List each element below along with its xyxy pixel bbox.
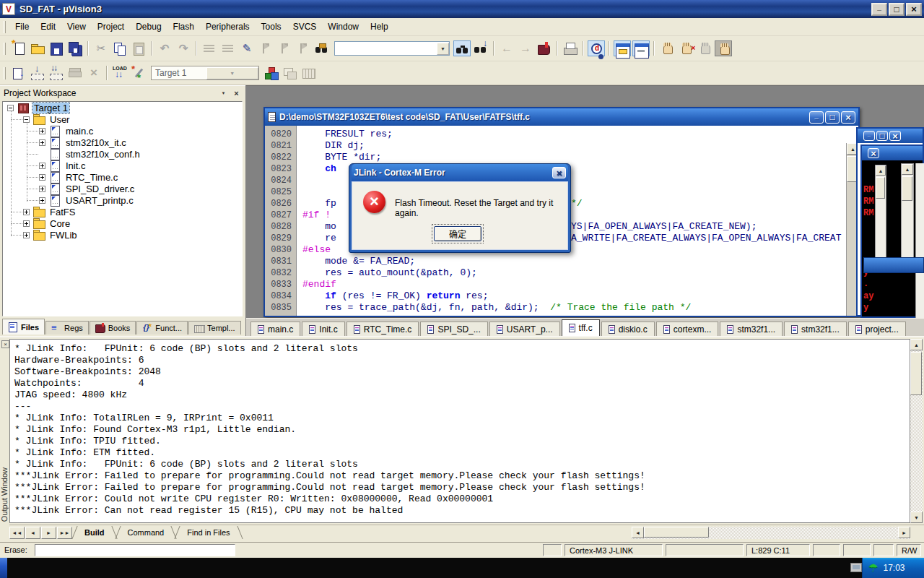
menu-item-window[interactable]: Window: [322, 20, 365, 34]
scroll-down-icon[interactable]: ▼: [910, 512, 923, 523]
doc-tab-spi-sd[interactable]: SPI_SD_...: [420, 322, 487, 336]
editor-titlebar[interactable]: D:\demo\STM32F103ZET6\test code\SD_FAT\U…: [265, 108, 858, 126]
app-titlebar[interactable]: V SD_FAT - µVision3: [0, 0, 924, 18]
toolbar-grip[interactable]: [4, 43, 6, 55]
scrollbar-vertical[interactable]: ▲ ▼: [910, 339, 923, 523]
menu-item-tools[interactable]: Tools: [256, 20, 287, 34]
tree-item-stm32f10x-conf-h[interactable]: stm32f10x_conf.h: [3, 148, 242, 160]
menu-item-project[interactable]: Project: [92, 20, 130, 34]
menu-item-flash[interactable]: Flash: [167, 20, 200, 34]
insert-breakpoint-icon[interactable]: [658, 40, 676, 56]
disassembly-window[interactable]: RM. RM. RM. y . ay y y: [860, 144, 924, 318]
search-input[interactable]: [335, 43, 437, 54]
scroll-thumb[interactable]: [644, 527, 709, 538]
expand-icon[interactable]: [23, 209, 30, 215]
options-wizard-icon[interactable]: [130, 65, 147, 81]
expand-icon[interactable]: [39, 186, 45, 192]
toggle-bookmark-icon[interactable]: [238, 40, 256, 56]
expand-icon[interactable]: [39, 197, 45, 204]
last-tab-icon[interactable]: [57, 527, 72, 539]
batch-build-icon[interactable]: [66, 65, 84, 81]
close-icon[interactable]: [868, 148, 879, 158]
code-line[interactable]: BYTE *dir;: [302, 152, 846, 163]
workspace-titlebar[interactable]: Project Workspace: [0, 85, 245, 100]
ok-button[interactable]: 确定: [434, 226, 481, 241]
minimize-button[interactable]: [871, 3, 887, 16]
minimize-icon[interactable]: [809, 111, 824, 124]
doc-tab-main-c[interactable]: main.c: [250, 322, 300, 336]
scroll-up-icon[interactable]: ▲: [910, 339, 923, 350]
scroll-right-icon[interactable]: ►: [898, 527, 910, 538]
expand-icon[interactable]: [39, 139, 45, 146]
taskbar-clock[interactable]: 17:03: [883, 563, 905, 573]
code-line[interactable]: FRESULT res;: [302, 129, 846, 140]
tree-item-spi-sd-driver-c[interactable]: SPI_SD_driver.c: [3, 183, 242, 194]
antivirus-umbrella-icon[interactable]: [868, 561, 878, 574]
undo-icon[interactable]: [156, 40, 173, 56]
output-close-icon[interactable]: [1, 340, 9, 348]
tree-item-target1[interactable]: Target 1: [3, 102, 242, 113]
doc-tab-rtc-time-c[interactable]: RTC_Time.c: [346, 322, 419, 336]
disassembly-window-titlebar[interactable]: [862, 146, 923, 160]
next-bookmark-icon[interactable]: [276, 40, 293, 56]
cascade-windows-icon[interactable]: [282, 65, 299, 81]
toolbar-grip[interactable]: [4, 67, 6, 79]
scroll-up-icon[interactable]: ▲: [902, 164, 913, 175]
workspace-menu-icon[interactable]: [218, 88, 229, 98]
code-line[interactable]: res = auto_mount(&path, 0);: [302, 267, 846, 279]
scroll-thumb[interactable]: [902, 176, 912, 201]
tree-item-rtc-time-c[interactable]: RTC_Time.c: [3, 171, 242, 183]
minimize-icon[interactable]: [863, 131, 875, 141]
debug-session-icon[interactable]: [588, 40, 605, 56]
workspace-close-icon[interactable]: [231, 88, 242, 98]
project-window-icon[interactable]: [614, 40, 631, 56]
collapse-icon[interactable]: [23, 116, 30, 123]
menu-item-peripherals[interactable]: Peripherals: [200, 20, 256, 34]
open-file-icon[interactable]: [29, 40, 46, 56]
redo-icon[interactable]: [175, 40, 192, 56]
code-line[interactable]: DIR dj;: [302, 140, 846, 152]
scroll-left-icon[interactable]: ◄: [632, 527, 644, 538]
outdent-icon[interactable]: [219, 40, 237, 56]
stop-build-icon[interactable]: [85, 65, 103, 81]
doc-tab-diskio-c[interactable]: diskio.c: [601, 322, 655, 336]
tree-item-init-c[interactable]: Init.c: [3, 160, 242, 171]
scrollbar-vertical[interactable]: ▲: [901, 163, 914, 262]
indent-icon[interactable]: [201, 40, 218, 56]
expand-icon[interactable]: [39, 128, 45, 134]
menu-item-view[interactable]: View: [61, 20, 92, 34]
code-line[interactable]: mode &= FA_READ;: [302, 256, 846, 267]
dialog-close-icon[interactable]: [552, 167, 566, 178]
tree-item-stm32f10x-it-c[interactable]: stm32f10x_it.c: [3, 137, 242, 148]
tree-item-usart-printp-c[interactable]: USART_printp.c: [3, 194, 242, 206]
scroll-thumb[interactable]: [876, 177, 885, 199]
tab-build[interactable]: Build: [73, 526, 116, 539]
new-file-icon[interactable]: [10, 40, 27, 56]
tab-find-in-files[interactable]: Find in Files: [175, 526, 241, 539]
find-icon[interactable]: [453, 40, 471, 56]
tab-regs[interactable]: Regs: [45, 321, 89, 335]
background-window-titlebar[interactable]: [863, 257, 924, 273]
save-all-icon[interactable]: [66, 40, 84, 56]
close-icon[interactable]: [841, 111, 855, 124]
build-target-icon[interactable]: [29, 65, 46, 81]
copy-icon[interactable]: [111, 40, 128, 56]
translate-icon[interactable]: [10, 65, 27, 81]
tab-templates[interactable]: Templ...: [188, 321, 241, 335]
doc-tab-usart-p[interactable]: USART_p...: [489, 322, 560, 336]
first-tab-icon[interactable]: [9, 527, 25, 539]
download-flash-icon[interactable]: [111, 65, 128, 81]
options-blocks-icon[interactable]: [263, 65, 280, 81]
search-combobox[interactable]: ▼: [334, 41, 450, 56]
tree-item-main-c[interactable]: main.c: [3, 125, 242, 137]
help-book-icon[interactable]: [536, 40, 553, 56]
doc-tab-stm32f1-b[interactable]: stm32f1...: [784, 322, 847, 336]
menu-item-help[interactable]: Help: [365, 20, 394, 34]
kill-breakpoints-icon[interactable]: [677, 40, 694, 56]
enable-breakpoint-icon[interactable]: [696, 40, 713, 56]
menu-item-edit[interactable]: Edit: [35, 20, 61, 34]
collapse-icon[interactable]: [7, 105, 14, 111]
prev-bookmark-icon[interactable]: [257, 40, 274, 56]
clear-bookmarks-icon[interactable]: [295, 40, 312, 56]
scroll-up-icon[interactable]: ▲: [876, 165, 886, 176]
